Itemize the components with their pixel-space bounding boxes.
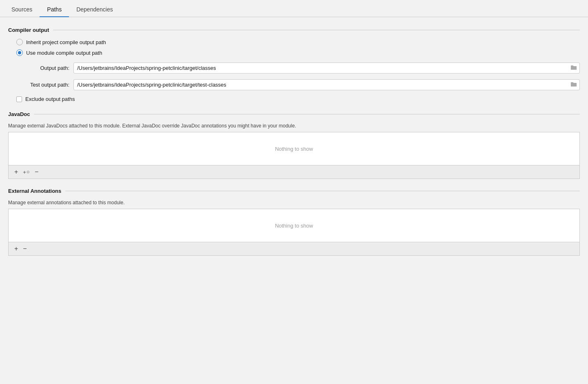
test-output-path-row: Test output path: (16, 79, 580, 90)
tabs-bar: Sources Paths Dependencies (0, 0, 588, 17)
output-path-container (73, 63, 580, 74)
output-path-folder-btn[interactable] (570, 64, 578, 72)
test-folder-icon (570, 81, 577, 87)
compiler-output-title: Compiler output (8, 27, 53, 33)
external-annotations-list-content: Nothing to show (9, 209, 579, 242)
external-annotations-list-panel: Nothing to show (8, 209, 580, 242)
tab-dependencies[interactable]: Dependencies (69, 3, 120, 17)
exclude-checkbox[interactable] (16, 96, 22, 102)
external-annotations-remove-button[interactable]: − (21, 245, 28, 253)
javadoc-remove-button[interactable]: − (33, 168, 40, 176)
compiler-output-section: Compiler output Inherit project compile … (8, 27, 580, 102)
javadoc-toolbar: + + ⊙ − (8, 165, 580, 179)
javadoc-add-options-button[interactable]: + ⊙ (21, 169, 31, 176)
add-options-plus: + (23, 170, 26, 175)
main-container: Sources Paths Dependencies Compiler outp… (0, 0, 588, 384)
external-annotations-toolbar: + − (8, 242, 580, 256)
radio-group: Inherit project compile output path Use … (16, 39, 580, 56)
exclude-checkbox-row[interactable]: Exclude output paths (16, 96, 580, 102)
external-annotations-title: External Annotations (8, 188, 65, 194)
javadoc-list-content: Nothing to show (9, 132, 579, 165)
folder-icon (570, 65, 577, 70)
use-module-label: Use module compile output path (26, 50, 102, 56)
exclude-label: Exclude output paths (25, 96, 75, 102)
javadoc-divider (34, 114, 580, 114)
external-annotations-divider (65, 191, 580, 191)
external-annotations-header: External Annotations (8, 188, 580, 194)
inherit-radio[interactable] (16, 39, 23, 45)
external-annotations-empty-text: Nothing to show (275, 223, 313, 229)
inherit-label: Inherit project compile output path (26, 39, 106, 45)
javadoc-add-button[interactable]: + (13, 168, 20, 176)
use-module-option[interactable]: Use module compile output path (16, 49, 580, 56)
compiler-output-header: Compiler output (8, 27, 580, 33)
javadoc-description: Manage external JavaDocs attached to thi… (8, 123, 580, 129)
output-path-label: Output path: (16, 65, 69, 71)
tab-paths[interactable]: Paths (40, 3, 69, 17)
javadoc-header: JavaDoc (8, 111, 580, 117)
inherit-option[interactable]: Inherit project compile output path (16, 39, 580, 45)
javadoc-section: JavaDoc Manage external JavaDocs attache… (8, 111, 580, 179)
tab-sources[interactable]: Sources (4, 3, 40, 17)
javadoc-empty-text: Nothing to show (275, 146, 313, 152)
external-annotations-section: External Annotations Manage external ann… (8, 188, 580, 256)
use-module-radio[interactable] (16, 49, 23, 56)
external-annotations-add-button[interactable]: + (13, 245, 20, 253)
output-path-input[interactable] (73, 63, 580, 74)
compiler-output-divider (53, 30, 580, 30)
output-path-row: Output path: (16, 63, 580, 74)
javadoc-title: JavaDoc (8, 111, 34, 117)
add-options-arrow: ⊙ (27, 170, 30, 174)
javadoc-list-panel: Nothing to show (8, 132, 580, 165)
content-area: Compiler output Inherit project compile … (0, 17, 588, 272)
test-output-path-label: Test output path: (16, 82, 69, 88)
test-output-path-container (73, 79, 580, 90)
test-output-path-folder-btn[interactable] (570, 80, 578, 89)
external-annotations-description: Manage external annotations attached to … (8, 200, 580, 205)
test-output-path-input[interactable] (73, 79, 580, 90)
